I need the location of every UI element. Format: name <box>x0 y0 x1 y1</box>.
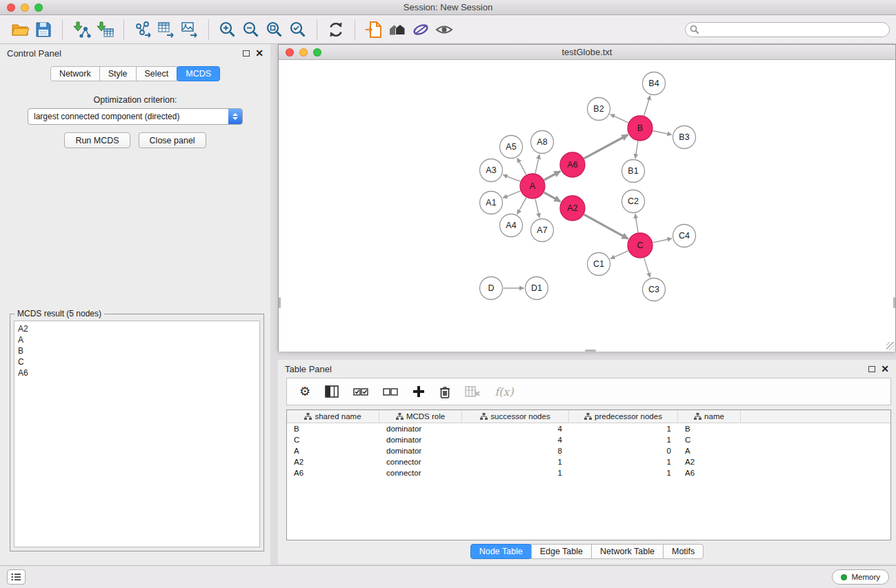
tab-motifs[interactable]: Motifs <box>663 544 704 559</box>
left-scrollbar[interactable] <box>279 297 281 308</box>
node-B3[interactable]: B3 <box>673 126 696 149</box>
table-row[interactable]: Bdominator41B <box>287 423 890 434</box>
node-A8[interactable]: A8 <box>531 131 554 154</box>
edge-A-A2[interactable] <box>544 192 561 201</box>
node-A7[interactable]: A7 <box>531 219 554 242</box>
table-row[interactable]: Adominator80A <box>287 445 890 456</box>
right-scrollbar[interactable] <box>893 297 895 308</box>
edge-C-C1[interactable] <box>610 251 628 259</box>
node-A5[interactable]: A5 <box>500 136 523 159</box>
column-header-name[interactable]: name <box>678 410 741 423</box>
close-panel-icon[interactable]: ✕ <box>255 50 263 57</box>
add-icon[interactable] <box>412 385 425 398</box>
zoom-traffic-light[interactable] <box>34 3 43 12</box>
float-panel-icon[interactable] <box>243 50 250 57</box>
node-B4[interactable]: B4 <box>643 72 666 95</box>
tab-network[interactable]: Network <box>50 66 100 81</box>
node-C1[interactable]: C1 <box>588 253 610 276</box>
table-row[interactable]: Cdominator41C <box>287 434 890 445</box>
zoom-out-button[interactable] <box>239 18 263 41</box>
node-A6[interactable]: A6 <box>560 152 585 177</box>
mcds-result-list[interactable]: A2ABCA6 <box>14 321 260 547</box>
show-hide-button[interactable] <box>432 18 456 41</box>
float-panel-icon[interactable] <box>868 366 875 372</box>
home-button[interactable] <box>386 18 409 41</box>
network-window-titlebar[interactable]: testGlobe.txt <box>279 45 895 60</box>
open-file-button[interactable] <box>8 18 32 41</box>
task-history-button[interactable] <box>7 569 26 585</box>
select-all-icon[interactable] <box>353 387 368 396</box>
search-input[interactable] <box>685 22 890 37</box>
edge-A-A6[interactable] <box>544 171 561 180</box>
function-builder-icon[interactable]: f(x) <box>495 385 513 398</box>
criterion-dropdown[interactable]: largest connected component (directed) <box>28 108 243 125</box>
column-header-predecessor-nodes[interactable]: predecessor nodes <box>569 410 678 423</box>
node-B2[interactable]: B2 <box>588 98 610 121</box>
edge-A2-C[interactable] <box>584 214 628 239</box>
trash-icon[interactable] <box>439 385 450 398</box>
edge-B-B3[interactable] <box>653 131 672 135</box>
export-image-button[interactable] <box>178 18 201 41</box>
node-C4[interactable]: C4 <box>673 225 696 247</box>
network-canvas[interactable]: B4B2BB3A5A8A6B1A3AC2A1A2A4A7C4CC1C3DD1 <box>279 60 895 352</box>
edge-A-A5[interactable] <box>517 158 526 174</box>
node-C3[interactable]: C3 <box>643 278 666 301</box>
node-A1[interactable]: A1 <box>480 192 503 214</box>
zoom-fit-button[interactable] <box>263 18 286 41</box>
node-A[interactable]: A <box>520 174 545 199</box>
minimize-traffic-light[interactable] <box>299 48 308 57</box>
network-canvas-area[interactable]: B4B2BB3A5A8A6B1A3AC2A1A2A4A7C4CC1C3DD1 <box>279 60 895 352</box>
resize-grip[interactable] <box>886 342 895 350</box>
edge-B-B1[interactable] <box>635 141 638 159</box>
import-table-button[interactable] <box>93 18 117 41</box>
node-C[interactable]: C <box>628 233 653 258</box>
edge-C-C4[interactable] <box>653 239 672 243</box>
save-session-button[interactable] <box>32 18 55 41</box>
table-row[interactable]: A2connector11A2 <box>287 456 890 467</box>
node-B[interactable]: B <box>628 116 653 141</box>
column-selector-icon[interactable] <box>325 385 339 398</box>
edge-A-A7[interactable] <box>535 199 539 218</box>
refresh-button[interactable] <box>324 18 348 41</box>
tab-mcds[interactable]: MCDS <box>177 66 220 81</box>
export-network-button[interactable] <box>131 18 155 41</box>
node-A2[interactable]: A2 <box>560 196 585 221</box>
edge-A-A1[interactable] <box>503 191 520 198</box>
zoom-traffic-light[interactable] <box>313 48 321 57</box>
open-document-button[interactable] <box>362 18 386 41</box>
gear-icon[interactable]: ⚙ <box>299 385 310 398</box>
tab-network-table[interactable]: Network Table <box>591 544 664 559</box>
zoom-selected-button[interactable] <box>286 18 310 41</box>
node-D1[interactable]: D1 <box>526 277 548 300</box>
edge-B-B4[interactable] <box>644 96 650 116</box>
close-traffic-light[interactable] <box>286 48 294 57</box>
node-C2[interactable]: C2 <box>622 190 645 213</box>
minimize-traffic-light[interactable] <box>21 3 29 12</box>
close-panel-icon[interactable]: ✕ <box>881 365 889 372</box>
tab-edge-table[interactable]: Edge Table <box>531 544 592 559</box>
bottom-scrollbar[interactable] <box>585 349 596 352</box>
edge-A-A4[interactable] <box>517 198 526 214</box>
column-header-successor-nodes[interactable]: successor nodes <box>462 410 569 423</box>
edge-A-A3[interactable] <box>503 175 520 182</box>
analyzer-button[interactable] <box>409 18 432 41</box>
node-D[interactable]: D <box>480 277 503 300</box>
node-B1[interactable]: B1 <box>622 160 645 183</box>
edge-A-A8[interactable] <box>535 154 539 173</box>
edge-C-C2[interactable] <box>635 214 638 232</box>
run-mcds-button[interactable]: Run MCDS <box>64 132 130 148</box>
edge-B-B2[interactable] <box>610 114 628 123</box>
edge-C-C3[interactable] <box>644 258 650 277</box>
column-header-shared-name[interactable]: shared name <box>287 410 379 423</box>
delete-column-icon[interactable] <box>465 386 480 397</box>
table-row[interactable]: A6connector11A6 <box>287 467 890 478</box>
node-A4[interactable]: A4 <box>500 214 523 237</box>
close-panel-button[interactable]: Close panel <box>139 132 206 148</box>
close-traffic-light[interactable] <box>7 3 15 12</box>
edge-A6-B[interactable] <box>584 135 628 159</box>
import-network-button[interactable] <box>70 18 93 41</box>
tab-select[interactable]: Select <box>136 66 178 81</box>
column-header-MCDS-role[interactable]: MCDS role <box>379 410 462 423</box>
memory-button[interactable]: Memory <box>832 569 889 585</box>
tab-node-table[interactable]: Node Table <box>470 544 532 559</box>
